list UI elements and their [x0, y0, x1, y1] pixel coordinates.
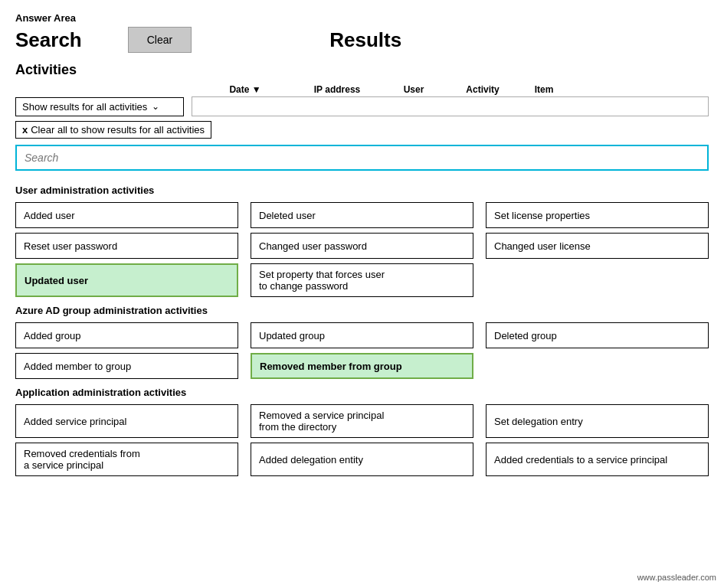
app-admin-grid: Added service principal Removed a servic… — [15, 404, 709, 476]
search-heading: Search — [15, 28, 82, 52]
clear-button[interactable]: Clear — [128, 27, 192, 53]
filter-row: x Clear all to show results for all acti… — [15, 121, 709, 139]
col-date-header: Date ▼ — [199, 84, 291, 95]
list-item[interactable]: Added delegation entity — [251, 443, 473, 476]
chevron-down-icon: ⌄ — [152, 101, 159, 112]
activities-label: Activities — [15, 62, 709, 78]
close-icon: x — [22, 124, 28, 136]
col-item-header: Item — [521, 84, 567, 95]
list-item[interactable]: Deleted user — [251, 202, 473, 228]
user-admin-title: User administration activities — [15, 185, 709, 196]
activity-dropdown[interactable]: Show results for all activities ⌄ — [15, 97, 184, 116]
list-item[interactable]: Changed user license — [486, 233, 709, 259]
app-admin-title: Application administration activities — [15, 387, 709, 398]
list-item[interactable]: Updated group — [251, 322, 473, 348]
list-item[interactable]: Added credentials to a service principal — [486, 443, 709, 476]
list-item[interactable]: Added user — [15, 202, 238, 228]
watermark: www.passleader.com — [637, 573, 716, 582]
list-item[interactable]: Deleted group — [486, 322, 709, 348]
list-item[interactable]: Set delegation entry — [486, 404, 709, 438]
list-item[interactable]: Set property that forces userto change p… — [251, 263, 473, 297]
list-item[interactable]: Added member to group — [15, 353, 238, 379]
list-item[interactable]: Set license properties — [486, 202, 709, 228]
user-admin-section: User administration activities Added use… — [15, 185, 709, 297]
azure-ad-grid: Added group Updated group Deleted group … — [15, 322, 709, 379]
col-user-header: User — [383, 84, 444, 95]
activities-section: Activities Date ▼ IP address User Activi… — [15, 62, 709, 116]
azure-ad-title: Azure AD group administration activities — [15, 305, 709, 316]
col-ip-header: IP address — [291, 84, 383, 95]
list-item[interactable]: Added group — [15, 322, 238, 348]
list-item[interactable]: Removed a service principalfrom the dire… — [251, 404, 473, 438]
list-item[interactable]: Added service principal — [15, 404, 238, 438]
clear-all-label: Clear all to show results for all activi… — [31, 124, 205, 136]
user-admin-grid: Added user Deleted user Set license prop… — [15, 202, 709, 297]
list-item[interactable]: Changed user password — [251, 233, 473, 259]
list-item[interactable]: Removed credentials froma service princi… — [15, 443, 238, 476]
column-headers: Date ▼ IP address User Activity Item — [15, 84, 709, 95]
results-heading: Results — [329, 28, 401, 52]
answer-area-label: Answer Area — [15, 12, 709, 24]
list-item[interactable]: Reset user password — [15, 233, 238, 259]
results-bar — [192, 96, 709, 116]
col-activity-header: Activity — [444, 84, 521, 95]
search-input[interactable] — [15, 145, 709, 171]
list-item-updated-user[interactable]: Updated user — [15, 263, 238, 297]
list-item-removed-member[interactable]: Removed member from group — [251, 353, 473, 379]
activity-filter-row: Show results for all activities ⌄ — [15, 96, 709, 116]
clear-all-tag[interactable]: x Clear all to show results for all acti… — [15, 121, 211, 139]
dropdown-label: Show results for all activities — [22, 101, 147, 113]
app-admin-section: Application administration activities Ad… — [15, 387, 709, 476]
azure-ad-section: Azure AD group administration activities… — [15, 305, 709, 379]
